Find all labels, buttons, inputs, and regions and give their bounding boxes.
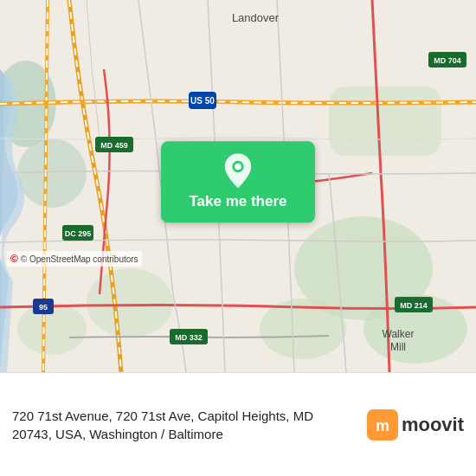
svg-text:MD 214: MD 214	[400, 301, 428, 310]
svg-text:Walker: Walker	[383, 328, 415, 340]
osm-logo: ©	[10, 253, 18, 265]
bottom-bar: 720 71st Avenue, 720 71st Ave, Capitol H…	[0, 372, 476, 476]
svg-text:m: m	[376, 417, 389, 434]
svg-point-29	[235, 164, 241, 170]
address-line2: 20743, USA, Washington / Baltimore	[12, 427, 223, 441]
svg-text:Landover: Landover	[232, 11, 280, 24]
svg-text:Mill: Mill	[390, 341, 406, 353]
address-text: 720 71st Avenue, 720 71st Ave, Capitol H…	[12, 407, 358, 443]
take-me-there-button[interactable]: Take me there	[161, 141, 315, 222]
take-me-there-label: Take me there	[189, 193, 286, 210]
moovit-label: moovit	[402, 414, 464, 436]
location-pin-icon	[223, 153, 253, 188]
svg-text:MD 459: MD 459	[100, 141, 128, 150]
moovit-icon: m	[367, 409, 398, 441]
svg-text:MD 332: MD 332	[175, 333, 203, 342]
svg-text:DC 295: DC 295	[65, 229, 92, 238]
svg-text:US 50: US 50	[190, 96, 215, 106]
moovit-logo: m moovit	[367, 409, 464, 441]
svg-rect-6	[329, 87, 441, 156]
svg-text:MD 704: MD 704	[434, 56, 461, 65]
svg-point-5	[17, 138, 87, 208]
svg-point-7	[87, 268, 173, 338]
osm-text: © OpenStreetMap contributors	[21, 254, 138, 264]
map-container: US 50 DC 295 95 MD 704 MD 704 MD 459 MD …	[0, 0, 476, 372]
address-line1: 720 71st Avenue, 720 71st Ave, Capitol H…	[12, 408, 313, 423]
svg-text:95: 95	[39, 303, 48, 312]
osm-copyright: © © OpenStreetMap contributors	[7, 251, 142, 267]
